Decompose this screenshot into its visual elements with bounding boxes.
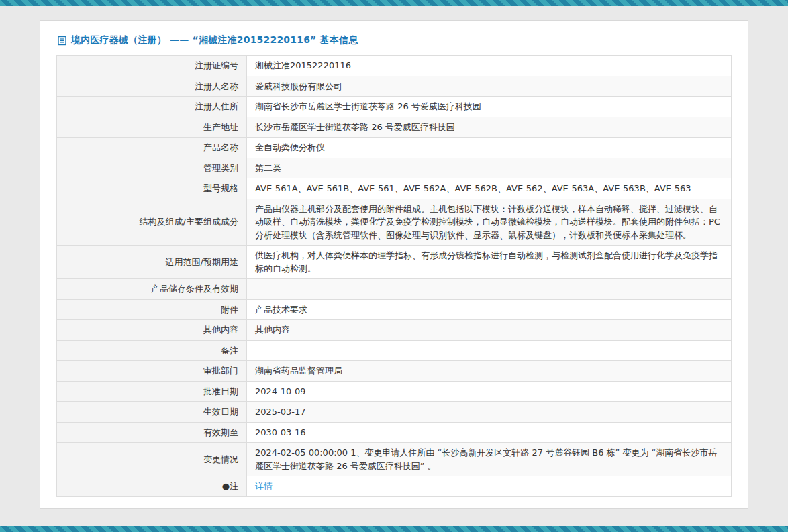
row-label: 产品储存条件及有效期 — [57, 279, 247, 300]
table-row: 产品储存条件及有效期 — [57, 279, 732, 300]
table-row: 变更情况2024-02-05 00:00:00 1、变更申请人住所由 “长沙高新… — [57, 443, 732, 476]
row-label: ●注 — [57, 476, 247, 497]
row-label: 适用范围/预期用途 — [57, 246, 247, 279]
bottom-decorative-bar — [0, 526, 788, 532]
detail-link[interactable]: 详情 — [255, 481, 273, 491]
table-row: 批准日期2024-10-09 — [57, 381, 732, 402]
row-label: 注册人名称 — [57, 76, 247, 97]
row-value: 产品由仪器主机部分及配套使用的附件组成。主机包括以下模块：计数板分送模块，样本自… — [247, 199, 732, 246]
row-label: 结构及组成/主要组成成分 — [57, 199, 247, 246]
row-value: 湖南省药品监督管理局 — [247, 361, 732, 382]
row-value — [247, 279, 732, 300]
content-area: 境内医疗器械（注册） —— “湘械注准20152220116” 基本信息 注册证… — [0, 6, 788, 526]
row-label: 备注 — [57, 340, 247, 361]
row-value: 产品技术要求 — [247, 299, 732, 320]
row-value: 2024-02-05 00:00:00 1、变更申请人住所由 “长沙高新开发区文… — [247, 443, 732, 476]
table-row: 其他内容其他内容 — [57, 320, 732, 341]
registration-info-table: 注册证编号湘械注准20152220116注册人名称爱威科技股份有限公司注册人住所… — [56, 55, 732, 497]
row-label: 批准日期 — [57, 381, 247, 402]
row-value: 详情 — [247, 476, 732, 497]
row-label: 生产地址 — [57, 117, 247, 138]
table-row: 备注 — [57, 340, 732, 361]
row-value: 湘械注准20152220116 — [247, 56, 732, 76]
row-label: 型号规格 — [57, 178, 247, 199]
row-value: AVE-561A、AVE-561B、AVE-561、AVE-562A、AVE-5… — [247, 178, 732, 199]
table-row: 生产地址长沙市岳麓区学士街道茯苓路 26 号爱威医疗科技园 — [57, 117, 732, 138]
row-value: 长沙市岳麓区学士街道茯苓路 26 号爱威医疗科技园 — [247, 117, 732, 138]
row-value: 2025-03-17 — [247, 402, 732, 423]
row-value: 湖南省长沙市岳麓区学士街道茯苓路 26 号爱威医疗科技园 — [247, 97, 732, 117]
table-row: 产品名称全自动粪便分析仪 — [57, 138, 732, 158]
row-label: 管理类别 — [57, 158, 247, 178]
row-label: 产品名称 — [57, 138, 247, 158]
row-value: 其他内容 — [247, 320, 732, 341]
page-title-text: 境内医疗器械（注册） —— “湘械注准20152220116” 基本信息 — [71, 34, 358, 46]
document-icon — [58, 36, 66, 46]
row-value: 爱威科技股份有限公司 — [247, 76, 732, 97]
table-row: 注册人住所湖南省长沙市岳麓区学士街道茯苓路 26 号爱威医疗科技园 — [57, 97, 732, 117]
row-label: 变更情况 — [57, 443, 247, 476]
row-label: 附件 — [57, 299, 247, 320]
row-value: 2024-10-09 — [247, 381, 732, 402]
table-row: ●注详情 — [57, 476, 732, 497]
table-row: 附件产品技术要求 — [57, 299, 732, 320]
row-label: 有效期至 — [57, 422, 247, 443]
page: 境内医疗器械（注册） —— “湘械注准20152220116” 基本信息 注册证… — [0, 0, 788, 532]
table-row: 审批部门湖南省药品监督管理局 — [57, 361, 732, 382]
table-row: 型号规格AVE-561A、AVE-561B、AVE-561、AVE-562A、A… — [57, 178, 732, 199]
row-value: 供医疗机构，对人体粪便样本的理学指标、有形成分镜检指标进行自动检测，与检测试剂盒… — [247, 246, 732, 279]
row-value: 全自动粪便分析仪 — [247, 138, 732, 158]
row-value: 第二类 — [247, 158, 732, 178]
table-row: 注册人名称爱威科技股份有限公司 — [57, 76, 732, 97]
row-value: 2030-03-16 — [247, 422, 732, 443]
table-row: 有效期至2030-03-16 — [57, 422, 732, 443]
table-row: 注册证编号湘械注准20152220116 — [57, 56, 732, 76]
table-row: 适用范围/预期用途供医疗机构，对人体粪便样本的理学指标、有形成分镜检指标进行自动… — [57, 246, 732, 279]
row-value — [247, 340, 732, 361]
top-decorative-bar — [0, 0, 788, 6]
row-label: 审批部门 — [57, 361, 247, 382]
row-label: 其他内容 — [57, 320, 247, 341]
row-label: 注册证编号 — [57, 56, 247, 76]
table-row: 生效日期2025-03-17 — [57, 402, 732, 423]
row-label: 注册人住所 — [57, 97, 247, 117]
table-row: 结构及组成/主要组成成分产品由仪器主机部分及配套使用的附件组成。主机包括以下模块… — [57, 199, 732, 246]
table-row: 管理类别第二类 — [57, 158, 732, 178]
registration-card: 境内医疗器械（注册） —— “湘械注准20152220116” 基本信息 注册证… — [40, 20, 748, 509]
row-label: 生效日期 — [57, 402, 247, 423]
page-title: 境内医疗器械（注册） —— “湘械注准20152220116” 基本信息 — [56, 28, 732, 55]
